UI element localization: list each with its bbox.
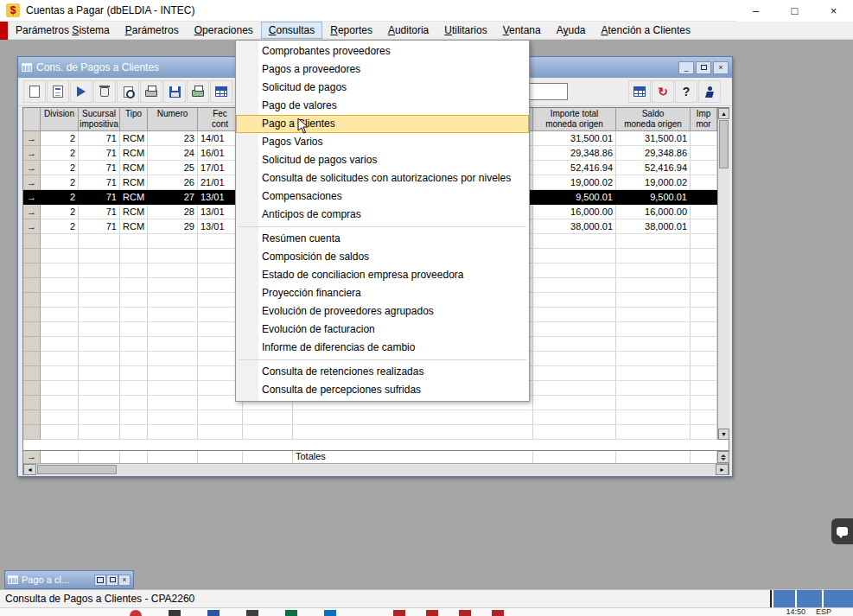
menu-item-composicion-de-saldos[interactable]: Composición de saldos xyxy=(236,248,529,266)
column-header-sucursal[interactable]: Sucursal impositiva xyxy=(79,108,120,131)
menubar-items: Parámetros SistemaParámetrosOperacionesC… xyxy=(8,22,698,39)
cell-impcut xyxy=(691,249,717,264)
menu-item-pagos-varios[interactable]: Pagos Varios xyxy=(236,133,529,151)
refresh-button[interactable]: ↻ xyxy=(652,80,674,103)
menubar: Parámetros SistemaParámetrosOperacionesC… xyxy=(0,22,853,40)
menu-item-consulta-de-retenciones-realizadas[interactable]: Consulta de retenciones realizadas xyxy=(236,363,529,381)
menu-item-pago-a-clientes[interactable]: Pago a Clientes xyxy=(236,115,529,133)
new-document-button[interactable] xyxy=(23,80,46,103)
menubar-item-ayuda[interactable]: Ayuda xyxy=(549,22,594,39)
menu-item-informe-de-diferencias-de-cambio[interactable]: Informe de diferencias de cambio xyxy=(236,339,529,357)
child-close-button[interactable]: × xyxy=(713,61,729,74)
minimize-button[interactable]: – xyxy=(736,0,775,22)
menubar-item-atencion-a-clientes[interactable]: Atención a Clientes xyxy=(594,22,698,39)
column-header-tipo[interactable]: Tipo xyxy=(120,108,148,131)
pinned-red-icon-4[interactable] xyxy=(492,610,504,616)
menubar-item-consultas[interactable]: Consultas xyxy=(261,22,322,39)
scroll-right-button[interactable]: ► xyxy=(716,464,729,475)
cell-importe xyxy=(533,425,616,440)
menubar-item-auditoria[interactable]: Auditoria xyxy=(380,22,436,39)
horizontal-scroll-thumb[interactable] xyxy=(37,465,117,474)
print-color-button[interactable] xyxy=(187,80,209,103)
cell-tipo xyxy=(120,396,148,410)
delete-button[interactable] xyxy=(93,80,116,103)
menu-item-solicitud-de-pagos[interactable]: Solicitud de pagos xyxy=(236,79,529,97)
pinned-red-icon-1[interactable] xyxy=(393,610,405,616)
help-button[interactable]: ? xyxy=(675,80,697,103)
scroll-down-button[interactable]: ▼ xyxy=(718,429,729,440)
menu-item-estado-de-conciliacion-empresa-proveedora[interactable]: Estado de conciliacion empresa proveedor… xyxy=(236,266,529,284)
save-button[interactable] xyxy=(163,80,186,103)
print-color-icon xyxy=(192,90,204,97)
print-button[interactable] xyxy=(140,80,162,103)
minimized-window-pago[interactable]: Pago a cl... × xyxy=(4,570,134,589)
grid-row-empty[interactable] xyxy=(23,425,729,440)
totals-spinner[interactable] xyxy=(717,451,729,463)
menubar-item-operaciones[interactable]: Operaciones xyxy=(187,22,261,39)
grid-row-empty[interactable] xyxy=(23,410,729,425)
cell-saldo xyxy=(616,337,691,352)
horizontal-scrollbar[interactable]: ◄ ► xyxy=(23,463,729,475)
pinned-red-icon-3[interactable] xyxy=(459,610,471,616)
spin-down-icon xyxy=(721,458,726,460)
column-header-impcut[interactable]: Imp mor xyxy=(691,108,717,131)
scroll-left-button[interactable]: ◄ xyxy=(23,464,36,475)
mini-close-button[interactable]: × xyxy=(118,575,130,586)
taskbar-language-indicator[interactable]: ESP xyxy=(816,607,831,616)
taskbar-app-icon-4[interactable] xyxy=(285,610,297,616)
child-maximize-button[interactable] xyxy=(696,61,711,74)
menu-item-evolucion-de-facturacion[interactable]: Evolución de facturacion xyxy=(236,321,529,339)
column-header-numero[interactable]: Numero xyxy=(148,108,198,131)
menu-item-consulta-de-solicitudes-con-autorizaciones-por-niveles[interactable]: Consulta de solicitudes con autorizacion… xyxy=(236,169,529,187)
cell-numero xyxy=(148,322,198,337)
chat-bubble-overlay[interactable] xyxy=(831,518,853,544)
maximize-button[interactable]: □ xyxy=(775,0,814,22)
cell-division xyxy=(41,381,79,396)
menubar-item-parametros-sistema[interactable]: Parámetros Sistema xyxy=(8,22,118,39)
pinned-red-icon-2[interactable] xyxy=(426,610,438,616)
cell-saldo xyxy=(616,293,691,308)
taskbar-app-icon-3[interactable] xyxy=(246,610,258,616)
grid-view-button[interactable] xyxy=(210,80,232,103)
child-minimize-button[interactable]: _ xyxy=(678,61,694,74)
menu-item-consulta-de-percepciones-sufridas[interactable]: Consulta de percepciones sufridas xyxy=(236,381,529,399)
menubar-item-reportes[interactable]: Reportes xyxy=(322,22,380,39)
totals-cells[interactable]: →Totales xyxy=(23,451,729,463)
column-header-marker[interactable] xyxy=(23,108,41,131)
vertical-scrollbar[interactable]: ▲ ▼ xyxy=(717,108,729,440)
menu-item-evolucion-de-proveedores-agrupados[interactable]: Evolución de proveedores agrupados xyxy=(236,302,529,321)
cell-numero xyxy=(148,264,198,278)
taskbar-app-icon-1[interactable] xyxy=(169,610,181,616)
menu-item-comprobantes-proveedores[interactable]: Comprobantes proveedores xyxy=(236,42,529,60)
scroll-up-button[interactable]: ▲ xyxy=(718,108,729,119)
column-header-importe[interactable]: Importe total moneda origen xyxy=(533,108,616,131)
preview-button[interactable] xyxy=(117,80,139,103)
row-marker-cell: → xyxy=(23,219,41,234)
close-button[interactable]: × xyxy=(814,0,853,22)
open-record-button[interactable] xyxy=(47,80,69,103)
cell-sucursal: 71 xyxy=(79,175,120,190)
mini-restore-button[interactable] xyxy=(94,575,106,586)
exit-button[interactable] xyxy=(698,80,721,103)
mini-maximize-button[interactable] xyxy=(106,575,118,586)
cell-importe xyxy=(533,352,616,366)
run-query-button[interactable] xyxy=(70,80,92,103)
menu-item-anticipos-de-compras[interactable]: Anticipos de compras xyxy=(236,206,529,224)
menubar-item-utilitarios[interactable]: Utilitarios xyxy=(436,22,494,39)
menu-item-pago-de-valores[interactable]: Pago de valores xyxy=(236,97,529,115)
menu-item-pagos-a-proveedores[interactable]: Pagos a proveedores xyxy=(236,60,529,79)
column-header-division[interactable]: Division xyxy=(41,108,79,131)
taskbar-app-icon-5[interactable] xyxy=(324,610,336,616)
menu-item-solicitud-de-pagos-varios[interactable]: Solicitud de pagos varios xyxy=(236,151,529,169)
menubar-item-parametros[interactable]: Parámetros xyxy=(118,22,187,39)
export-table-button[interactable] xyxy=(628,80,651,103)
tray-red-dot-icon[interactable] xyxy=(130,610,142,616)
taskbar-app-icon-2[interactable] xyxy=(207,610,220,616)
menubar-item-ventana[interactable]: Ventana xyxy=(495,22,549,39)
menu-item-resumen-cuenta[interactable]: Resúmen cuenta xyxy=(236,230,529,248)
menu-item-proyeccion-financiera[interactable]: Proyección financiera xyxy=(236,284,529,302)
menu-item-compensaciones[interactable]: Compensaciones xyxy=(236,187,529,206)
restore-icon xyxy=(97,577,104,583)
column-header-saldo[interactable]: Saldo moneda origen xyxy=(616,108,691,131)
vertical-scroll-thumb[interactable] xyxy=(719,120,729,168)
